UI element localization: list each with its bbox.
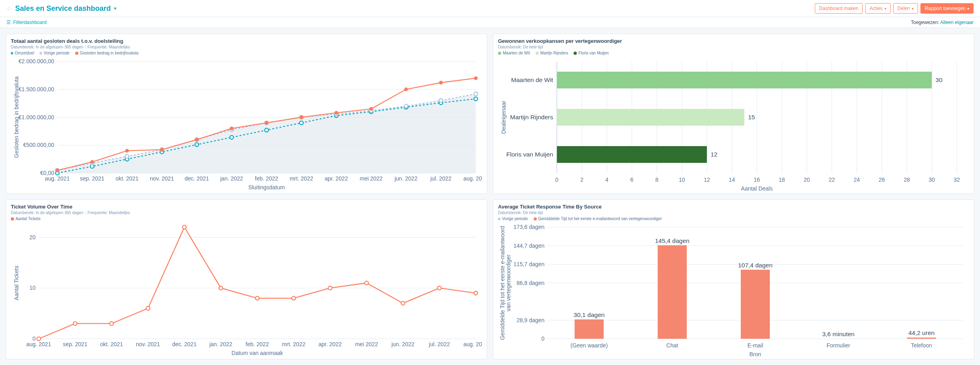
chart-deals-goal: €0,00€500.000,00€1.000.000,00€1.500.000,… bbox=[11, 55, 482, 192]
filter-dashboard-button[interactable]: ☰ Filterdashboard bbox=[6, 20, 46, 25]
svg-text:jan. 2022: jan. 2022 bbox=[220, 175, 244, 182]
svg-text:E-mail: E-mail bbox=[748, 342, 764, 349]
svg-text:mrt. 2022: mrt. 2022 bbox=[290, 175, 313, 182]
svg-text:feb. 2022: feb. 2022 bbox=[246, 341, 269, 347]
svg-point-48 bbox=[404, 104, 408, 108]
svg-point-30 bbox=[230, 136, 234, 139]
svg-point-63 bbox=[474, 76, 478, 80]
card-title: Ticket Volume Over Time bbox=[11, 204, 482, 210]
svg-text:mei 2022: mei 2022 bbox=[355, 341, 378, 347]
svg-point-56 bbox=[230, 126, 234, 130]
svg-text:22: 22 bbox=[829, 176, 835, 183]
assigned-filter: Toegewezen: Alleen eigenaar bbox=[911, 20, 974, 25]
svg-text:jun. 2022: jun. 2022 bbox=[394, 175, 418, 182]
card-title: Gewonnen verkoopkansen per vertegenwoord… bbox=[498, 38, 969, 44]
svg-rect-104 bbox=[557, 109, 744, 126]
legend-swatch-icon bbox=[574, 52, 577, 55]
chevron-down-icon bbox=[912, 6, 914, 11]
svg-text:sep. 2021: sep. 2021 bbox=[63, 341, 87, 347]
svg-text:0: 0 bbox=[555, 176, 558, 183]
svg-text:Chat: Chat bbox=[666, 342, 678, 349]
svg-point-137 bbox=[255, 296, 259, 300]
svg-point-135 bbox=[182, 225, 186, 229]
svg-text:Bron: Bron bbox=[750, 351, 761, 357]
svg-text:apr. 2022: apr. 2022 bbox=[318, 341, 342, 347]
svg-text:86,8 dagen: 86,8 dagen bbox=[516, 280, 544, 286]
add-report-button[interactable]: Rapport toevoegen bbox=[920, 3, 974, 14]
svg-point-138 bbox=[292, 296, 296, 300]
svg-text:26: 26 bbox=[879, 176, 885, 183]
chart-won-by-rep: 02468101214161820222426283032Aantal Deal… bbox=[498, 55, 969, 192]
dashboard-grid: Totaal aantal gesloten deals t.o.v. doel… bbox=[0, 28, 980, 365]
svg-text:8: 8 bbox=[655, 176, 658, 183]
svg-point-57 bbox=[265, 121, 268, 124]
svg-point-50 bbox=[474, 92, 478, 96]
card-ticket-volume[interactable]: Ticket Volume Over Time Datumbereik: In … bbox=[6, 199, 487, 359]
legend-swatch-icon bbox=[11, 217, 14, 221]
chart-response-time: 028,9 dagen86,8 dagen115,7 dagen144,7 da… bbox=[498, 221, 969, 357]
svg-text:Gemiddelde Tijd tot het eerste: Gemiddelde Tijd tot het eerste e-mailant… bbox=[499, 226, 506, 340]
svg-point-53 bbox=[125, 149, 129, 152]
svg-text:10: 10 bbox=[679, 176, 685, 183]
assigned-label: Toegewezen: bbox=[911, 20, 939, 25]
svg-point-31 bbox=[265, 128, 268, 132]
svg-point-40 bbox=[125, 154, 129, 158]
svg-point-32 bbox=[300, 121, 303, 124]
svg-text:30: 30 bbox=[936, 76, 943, 83]
svg-text:Telefoon: Telefoon bbox=[911, 342, 932, 349]
svg-text:van vertegenwoordiger: van vertegenwoordiger bbox=[505, 255, 512, 311]
svg-text:30: 30 bbox=[929, 176, 935, 183]
actions-button[interactable]: Acties bbox=[865, 3, 891, 14]
card-won-by-rep[interactable]: Gewonnen verkoopkansen per vertegenwoord… bbox=[493, 34, 974, 194]
svg-text:jun. 2022: jun. 2022 bbox=[391, 341, 415, 347]
svg-point-142 bbox=[438, 286, 441, 290]
topbar-left: ☆ Sales en Service dashboard ▾ bbox=[6, 4, 116, 13]
legend-swatch-icon bbox=[11, 52, 13, 54]
legend-swatch-icon bbox=[498, 52, 501, 55]
card-response-time[interactable]: Average Ticket Response Time By Source D… bbox=[493, 199, 974, 359]
svg-text:12: 12 bbox=[710, 151, 717, 158]
svg-text:aug. 2022: aug. 2022 bbox=[463, 341, 482, 347]
svg-point-134 bbox=[146, 307, 150, 310]
share-button[interactable]: Delen bbox=[893, 3, 918, 14]
svg-text:aug. 2021: aug. 2021 bbox=[45, 175, 70, 182]
svg-point-58 bbox=[300, 115, 303, 119]
svg-text:173,6 dagen: 173,6 dagen bbox=[514, 224, 545, 230]
svg-text:Gesloten bedrag in bedrijfsval: Gesloten bedrag in bedrijfsvaluta bbox=[13, 76, 20, 158]
svg-text:nov. 2021: nov. 2021 bbox=[136, 341, 160, 347]
svg-text:mrt. 2022: mrt. 2022 bbox=[282, 341, 306, 347]
favorite-star-icon[interactable]: ☆ bbox=[6, 5, 12, 12]
dashboard-selector-caret-icon[interactable]: ▾ bbox=[114, 6, 116, 11]
svg-text:24: 24 bbox=[854, 176, 860, 183]
svg-text:20: 20 bbox=[29, 234, 36, 241]
svg-point-59 bbox=[334, 111, 338, 114]
svg-text:aug. 2021: aug. 2021 bbox=[26, 341, 51, 347]
assigned-value-link[interactable]: Alleen eigenaar bbox=[940, 20, 974, 25]
create-dashboard-button[interactable]: Dashboard maken bbox=[815, 3, 863, 14]
card-legend: Aantal Tickets bbox=[11, 217, 482, 221]
svg-text:Maarten de Wit: Maarten de Wit bbox=[511, 76, 554, 83]
svg-text:sep. 2021: sep. 2021 bbox=[80, 175, 104, 182]
svg-text:3,6 minuten: 3,6 minuten bbox=[822, 331, 854, 337]
svg-text:Sluitingsdatum: Sluitingsdatum bbox=[248, 184, 285, 191]
card-subtitle: Datumbereik: In de afgelopen 365 dagen|F… bbox=[11, 45, 482, 49]
card-deals-goal[interactable]: Totaal aantal gesloten deals t.o.v. doel… bbox=[6, 34, 487, 194]
svg-text:6: 6 bbox=[630, 176, 634, 183]
svg-text:18: 18 bbox=[779, 176, 785, 183]
svg-point-54 bbox=[160, 148, 164, 151]
card-title: Totaal aantal gesloten deals t.o.v. doel… bbox=[11, 38, 482, 44]
topbar: ☆ Sales en Service dashboard ▾ Dashboard… bbox=[0, 0, 980, 17]
legend-swatch-icon bbox=[75, 52, 78, 55]
svg-text:0: 0 bbox=[541, 335, 544, 342]
svg-text:mei 2022: mei 2022 bbox=[360, 175, 383, 182]
card-title: Average Ticket Response Time By Source bbox=[498, 204, 969, 210]
dashboard-title: Sales en Service dashboard bbox=[15, 4, 111, 13]
svg-text:115,7 dagen: 115,7 dagen bbox=[514, 261, 545, 267]
svg-text:€1.000.000,00: €1.000.000,00 bbox=[18, 114, 54, 120]
svg-text:€2.000.000,00: €2.000.000,00 bbox=[18, 58, 54, 64]
svg-point-52 bbox=[90, 160, 94, 164]
svg-text:Dealeigenaar: Dealeigenaar bbox=[500, 100, 507, 134]
svg-text:2: 2 bbox=[580, 176, 584, 183]
filterbar: ☰ Filterdashboard Toegewezen: Alleen eig… bbox=[0, 17, 980, 28]
card-subtitle: Datumbereik: De hele tijd bbox=[498, 45, 969, 49]
